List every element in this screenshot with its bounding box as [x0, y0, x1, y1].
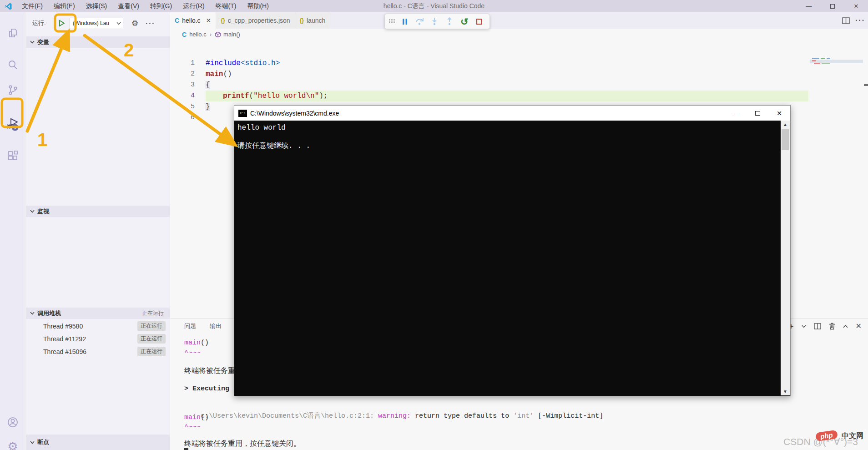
- cmd-close-button[interactable]: ✕: [768, 106, 790, 121]
- code-token: (): [223, 70, 232, 78]
- minimap[interactable]: [810, 54, 863, 191]
- debug-controls: 运行.. (Windows) Lau ⚙ ···: [26, 12, 170, 34]
- thread-name: Thread #9580: [43, 323, 83, 330]
- output-token: [-Wimplicit-int]: [534, 412, 603, 420]
- thread-row[interactable]: Thread #9580 正在运行: [26, 320, 170, 332]
- c-file-icon: C: [175, 17, 179, 24]
- section-watch[interactable]: 监视: [26, 206, 170, 217]
- account-icon[interactable]: [0, 410, 25, 434]
- menu-terminal[interactable]: 终端(T): [211, 1, 242, 12]
- call-stack-status: 正在运行: [142, 309, 164, 317]
- search-icon[interactable]: [0, 53, 25, 77]
- split-terminal-icon[interactable]: [814, 323, 821, 329]
- terminal-cursor: [184, 448, 188, 450]
- section-breakpoints[interactable]: 断点: [26, 435, 170, 450]
- line-number-current: 4: [170, 91, 195, 101]
- section-breakpoints-label: 断点: [37, 438, 49, 446]
- settings-gear-icon[interactable]: ⚙: [0, 435, 25, 450]
- cmd-minimize-button[interactable]: —: [725, 106, 747, 121]
- section-call-stack[interactable]: 调用堆栈 正在运行: [26, 308, 170, 319]
- cmd-window-title: C:\Windows\system32\cmd.exe: [250, 110, 339, 117]
- close-panel-icon[interactable]: ✕: [856, 323, 862, 330]
- php-cn-label: 中文网: [842, 431, 863, 441]
- executing-task-line: > Executing t: [184, 385, 237, 393]
- output-squiggle: ^~~~: [184, 349, 201, 357]
- thread-status-badge: 正在运行: [137, 347, 166, 356]
- tab-problems[interactable]: 问题: [184, 322, 196, 330]
- kill-terminal-trash-icon[interactable]: [829, 323, 835, 330]
- run-debug-icon[interactable]: 1: [0, 112, 25, 136]
- chevron-down-icon: [30, 210, 35, 213]
- terminal-reuse-message: 终端将被任务重用，按任意键关闭。: [184, 439, 301, 449]
- menu-selection[interactable]: 选择(S): [81, 1, 112, 12]
- maximize-panel-icon[interactable]: [843, 324, 848, 328]
- menu-view[interactable]: 查看(V): [113, 1, 144, 12]
- thread-row[interactable]: Thread #11292 正在运行: [26, 333, 170, 345]
- tab-close-icon[interactable]: ✕: [206, 17, 212, 24]
- step-over-button[interactable]: [414, 15, 426, 27]
- menu-goto[interactable]: 转到(G): [145, 1, 177, 12]
- section-variables[interactable]: 变量: [26, 36, 170, 48]
- source-control-icon[interactable]: [0, 78, 25, 102]
- pause-button[interactable]: [399, 15, 411, 27]
- menu-help[interactable]: 帮助(H): [242, 1, 273, 12]
- output-token: return type defaults to: [415, 412, 513, 420]
- tab-c-cpp-properties[interactable]: {} c_cpp_properties.json: [216, 12, 295, 29]
- output-token: (): [201, 339, 209, 347]
- more-actions-icon[interactable]: ···: [855, 16, 865, 25]
- drag-grip-icon[interactable]: [389, 19, 396, 24]
- vscode-logo-icon: [4, 2, 12, 10]
- tab-output[interactable]: 输出: [210, 322, 222, 330]
- configure-gear-icon[interactable]: ⚙: [131, 20, 138, 27]
- breadcrumb-separator: ›: [210, 31, 212, 38]
- scroll-up-icon[interactable]: ▲: [781, 121, 790, 128]
- stop-button[interactable]: [474, 15, 485, 27]
- extensions-icon[interactable]: [0, 144, 25, 168]
- terminal-dropdown-icon[interactable]: [802, 325, 806, 328]
- cmd-scrollbar[interactable]: ▲ ▼: [781, 121, 790, 395]
- section-call-stack-label: 调用堆栈: [37, 309, 61, 318]
- cmd-app-icon: C:\: [238, 110, 247, 117]
- minimize-button[interactable]: —: [797, 0, 821, 12]
- explorer-icon[interactable]: [0, 21, 25, 45]
- launch-config-dropdown[interactable]: (Windows) Lau: [70, 18, 123, 29]
- maximize-button[interactable]: [821, 0, 844, 12]
- thread-status-badge: 正在运行: [137, 321, 166, 331]
- scrollbar-thumb[interactable]: [782, 129, 789, 150]
- tab-launch-json[interactable]: {} launch: [295, 12, 331, 29]
- window-controls: — ✕: [797, 0, 868, 12]
- cmd-window[interactable]: C:\ C:\Windows\system32\cmd.exe — ✕ hell…: [234, 105, 791, 396]
- cmd-maximize-button[interactable]: [747, 106, 768, 121]
- step-into-button[interactable]: [429, 15, 440, 27]
- menu-file[interactable]: 文件(F): [17, 1, 48, 12]
- section-variables-label: 变量: [37, 38, 49, 46]
- breadcrumb-symbol[interactable]: main(): [223, 31, 240, 38]
- thread-row[interactable]: Thread #15096 正在运行: [26, 345, 170, 358]
- line-number: 5: [170, 101, 195, 112]
- cmd-window-controls: — ✕: [725, 106, 790, 121]
- step-out-button[interactable]: [444, 15, 455, 27]
- tab-label: hello.c: [182, 17, 200, 24]
- debug-sidebar: 运行.. (Windows) Lau ⚙ ··· 变量 监视 调用堆栈 正在运行…: [26, 12, 170, 450]
- overview-ruler-marker: [864, 84, 868, 86]
- restart-button[interactable]: ↺: [459, 15, 470, 27]
- code-token: );: [319, 92, 328, 100]
- line-number: 2: [170, 69, 195, 80]
- close-button[interactable]: ✕: [844, 0, 868, 12]
- start-debug-button[interactable]: [56, 17, 68, 29]
- watermark: CSDN @(*°∀°)=3 php 中文网: [759, 428, 863, 448]
- json-file-icon: {}: [221, 17, 225, 24]
- cmd-title-bar[interactable]: C:\ C:\Windows\system32\cmd.exe — ✕: [234, 106, 790, 121]
- menu-run[interactable]: 运行(R): [178, 1, 209, 12]
- more-actions-icon[interactable]: ···: [146, 20, 155, 27]
- scroll-down-icon[interactable]: ▼: [781, 388, 790, 395]
- split-editor-icon[interactable]: [842, 17, 850, 24]
- run-label: 运行..: [32, 19, 46, 27]
- tab-hello-c[interactable]: C hello.c ✕: [170, 12, 216, 29]
- breadcrumb-file[interactable]: hello.c: [189, 31, 207, 38]
- chevron-down-icon: [30, 40, 35, 44]
- cmd-content[interactable]: hello world 请按任意键继续. . .: [234, 121, 781, 396]
- menu-edit[interactable]: 编辑(E): [49, 1, 80, 12]
- output-token: 'int': [513, 412, 534, 420]
- output-token: c:\Users\kevin\Documents\C语言\hello.c:2:1…: [201, 412, 378, 420]
